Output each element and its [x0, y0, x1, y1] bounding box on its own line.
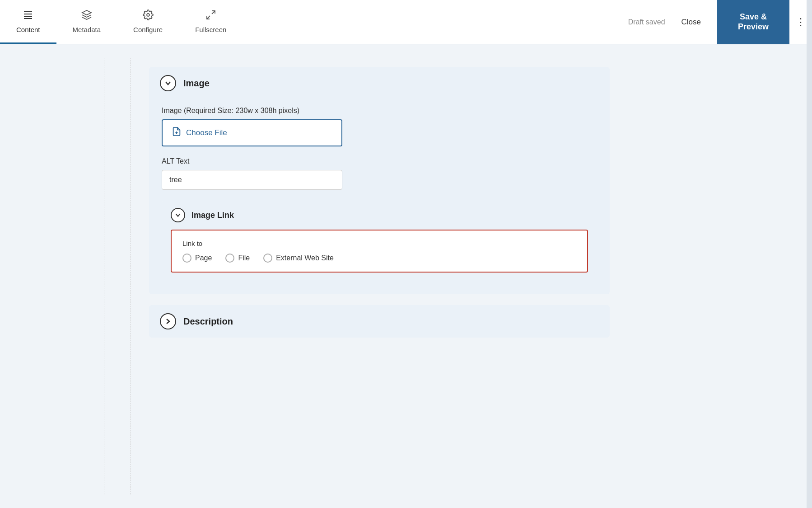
top-nav: Content Metadata Configure Fullscreen [0, 0, 812, 44]
draft-saved-text: Draft saved [628, 18, 665, 26]
image-section-body: Image (Required Size: 230w x 308h pixels… [149, 99, 610, 294]
tab-configure[interactable]: Configure [117, 0, 179, 44]
radio-page-circle [182, 254, 191, 263]
svg-point-4 [147, 14, 149, 16]
choose-file-label: Choose File [186, 128, 227, 137]
save-preview-button[interactable]: Save &Preview [717, 0, 789, 44]
main-content: Image Image (Required Size: 230w x 308h … [0, 44, 812, 508]
metadata-icon [81, 9, 92, 23]
nav-right: Draft saved Close [628, 0, 717, 44]
fullscreen-icon [205, 9, 216, 23]
radio-option-external[interactable]: External Web Site [263, 254, 334, 263]
image-section-toggle[interactable] [160, 75, 176, 91]
image-link-section: Image Link Link to Page [162, 201, 597, 273]
svg-line-5 [212, 11, 215, 14]
file-upload-icon [172, 127, 182, 139]
image-section-header: Image [149, 67, 610, 99]
left-sidebar [90, 58, 131, 494]
description-title: Description [183, 316, 233, 327]
tab-fullscreen-label: Fullscreen [195, 26, 226, 33]
radio-option-file[interactable]: File [225, 254, 250, 263]
radio-external-label: External Web Site [276, 254, 334, 262]
alt-text-label: ALT Text [162, 157, 597, 165]
content-area: Image Image (Required Size: 230w x 308h … [131, 58, 628, 494]
alt-text-group: ALT Text [162, 157, 597, 190]
radio-group: Page File External Web Site [182, 254, 576, 263]
image-section: Image Image (Required Size: 230w x 308h … [149, 67, 610, 294]
image-link-title: Image Link [191, 211, 234, 220]
configure-icon [143, 9, 154, 23]
alt-text-input[interactable] [162, 170, 342, 190]
tab-fullscreen[interactable]: Fullscreen [179, 0, 243, 44]
radio-option-page[interactable]: Page [182, 254, 212, 263]
description-toggle[interactable] [160, 313, 176, 329]
tab-content[interactable]: Content [0, 0, 56, 44]
tab-metadata[interactable]: Metadata [56, 0, 117, 44]
image-section-title: Image [183, 78, 210, 89]
radio-file-label: File [238, 254, 250, 262]
image-link-header: Image Link [162, 201, 597, 230]
description-section-header: Description [149, 305, 610, 338]
tab-configure-label: Configure [133, 26, 163, 33]
tab-content-label: Content [16, 26, 40, 33]
link-to-box: Link to Page File [171, 230, 588, 273]
svg-line-6 [207, 16, 210, 19]
right-edge-bar [807, 0, 812, 508]
choose-file-button[interactable]: Choose File [162, 119, 342, 146]
content-icon [23, 9, 33, 23]
radio-external-circle [263, 254, 272, 263]
tab-metadata-label: Metadata [73, 26, 101, 33]
image-link-toggle[interactable] [171, 208, 185, 222]
image-upload-group: Image (Required Size: 230w x 308h pixels… [162, 107, 597, 146]
link-to-label: Link to [182, 240, 576, 247]
image-field-label: Image (Required Size: 230w x 308h pixels… [162, 107, 597, 115]
radio-page-label: Page [195, 254, 212, 262]
radio-file-circle [225, 254, 234, 263]
close-button[interactable]: Close [674, 14, 708, 30]
save-preview-label: Save &Preview [738, 12, 769, 31]
description-section: Description [149, 305, 610, 338]
